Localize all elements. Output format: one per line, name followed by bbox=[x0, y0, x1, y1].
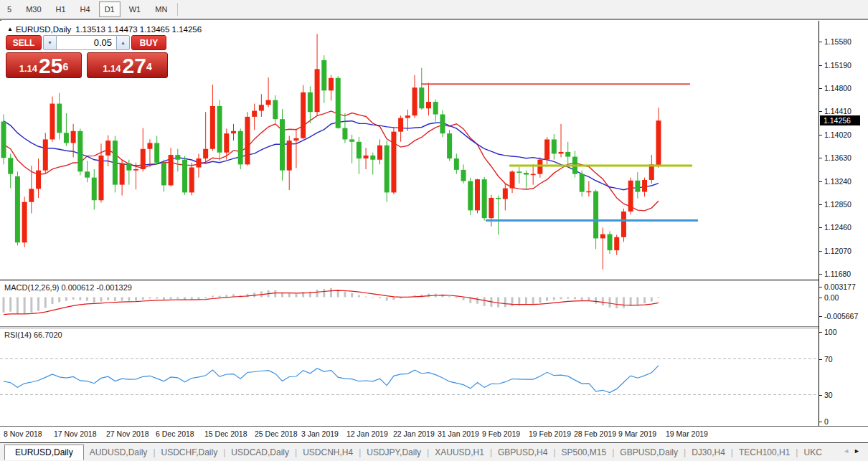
rsi-tick-mark bbox=[819, 395, 822, 396]
candle-body bbox=[552, 139, 557, 153]
timeframe-button-h1[interactable]: H1 bbox=[50, 1, 72, 17]
price-tick-mark bbox=[819, 227, 822, 228]
buy-price-tile[interactable]: 1.14 27 4 bbox=[87, 52, 168, 78]
candle-body bbox=[426, 102, 431, 108]
date-label: 9 Feb 2019 bbox=[482, 429, 520, 438]
candle-body bbox=[537, 160, 542, 174]
tab-item-eurusd-daily[interactable]: EURUSD,Daily bbox=[4, 445, 84, 460]
date-label: 17 Nov 2018 bbox=[54, 429, 97, 438]
ohlc-values: 1.13513 1.14473 1.13465 1.14256 bbox=[75, 25, 202, 34]
tab-item-usdcnh-h4[interactable]: USDCNH,H4 bbox=[297, 445, 359, 460]
tab-item-audusd-daily[interactable]: AUDUSD,Daily bbox=[84, 445, 154, 460]
tab-scroll-left-icon[interactable]: ◄ bbox=[843, 447, 854, 455]
rsi-pane[interactable]: RSI(14) 66.7020 bbox=[0, 328, 819, 426]
candle-body bbox=[113, 141, 118, 185]
candle-body bbox=[189, 168, 194, 193]
candle-body bbox=[447, 133, 452, 158]
date-label: 19 Feb 2019 bbox=[529, 429, 571, 438]
volume-input[interactable] bbox=[57, 35, 116, 50]
candle-body bbox=[377, 146, 382, 160]
candle-body bbox=[454, 158, 459, 170]
candle-body bbox=[301, 92, 306, 138]
chart-title: ▲EURUSD,Daily1.13513 1.14473 1.13465 1.1… bbox=[7, 25, 202, 34]
candle-body bbox=[321, 60, 326, 90]
tab-item-sp500-m15[interactable]: SP500,M15 bbox=[556, 445, 613, 460]
macd-pane[interactable]: MACD(12,26,9) 0.000612 -0.001329 bbox=[0, 281, 819, 326]
candle-body bbox=[8, 158, 13, 174]
candle-body bbox=[600, 234, 605, 239]
candle-body bbox=[516, 171, 522, 173]
timeframe-button-h4[interactable]: H4 bbox=[75, 1, 96, 17]
macd-tick-mark bbox=[819, 316, 822, 317]
tab-item-gbpusd-h4[interactable]: GBPUSD,H4 bbox=[492, 445, 553, 460]
price-axis[interactable]: 1.155801.151901.148001.144101.140201.136… bbox=[819, 21, 868, 426]
tab-item-usdjpy-daily[interactable]: USDJPY,Daily bbox=[361, 445, 427, 460]
candle-body bbox=[49, 104, 55, 140]
candle-body bbox=[203, 149, 208, 158]
candle-body bbox=[531, 174, 536, 176]
date-label: 28 Feb 2019 bbox=[574, 429, 616, 438]
date-label: 19 Mar 2019 bbox=[666, 429, 708, 438]
price-tick: 1.14020 bbox=[824, 130, 852, 139]
candle-body bbox=[266, 100, 271, 105]
price-tick-mark bbox=[819, 65, 822, 66]
collapse-icon[interactable]: ▲ bbox=[7, 26, 13, 32]
date-label: 8 Nov 2018 bbox=[4, 429, 42, 438]
tab-item-ukc[interactable]: UKC bbox=[798, 445, 827, 460]
candle-body bbox=[559, 152, 564, 153]
tab-item-tech100-h1[interactable]: TECH100,H1 bbox=[733, 445, 796, 460]
sell-price-tile[interactable]: 1.14 25 6 bbox=[6, 52, 82, 78]
candle-body bbox=[105, 141, 110, 156]
candle-body bbox=[635, 181, 640, 192]
tab-item-xauusd-h1[interactable]: XAUUSD,H1 bbox=[429, 445, 490, 460]
candle-body bbox=[252, 111, 257, 117]
toolbar-separator bbox=[177, 3, 178, 16]
price-tick: 1.13240 bbox=[824, 177, 852, 186]
sell-button[interactable]: SELL bbox=[6, 35, 42, 50]
volume-increase-button[interactable]: ▲ bbox=[116, 35, 130, 50]
tab-item-usdchf-daily[interactable]: USDCHF,Daily bbox=[156, 445, 224, 460]
candle-body bbox=[370, 156, 375, 160]
candle-body bbox=[85, 171, 90, 177]
candle-body bbox=[29, 189, 34, 201]
tab-item-usdcad-daily[interactable]: USDCAD,Daily bbox=[225, 445, 295, 460]
candle-body bbox=[169, 155, 174, 185]
price-tick-mark bbox=[819, 251, 822, 252]
candle-body bbox=[315, 69, 320, 112]
volume-decrease-button[interactable]: ▼ bbox=[43, 35, 57, 50]
tab-item-gbpusd-daily[interactable]: GBPUSD,Daily bbox=[614, 445, 684, 460]
candle-body bbox=[544, 139, 549, 159]
timeframe-button-mn[interactable]: MN bbox=[149, 1, 173, 17]
timeframe-button-5[interactable]: 5 bbox=[1, 1, 17, 17]
candle-body bbox=[43, 139, 48, 170]
timeframe-button-m30[interactable]: M30 bbox=[20, 1, 47, 17]
candle-body bbox=[77, 131, 82, 172]
tab-item-dj30-h4[interactable]: DJ30,H4 bbox=[686, 445, 731, 460]
candle-body bbox=[36, 171, 41, 189]
candle-body bbox=[461, 170, 466, 181]
date-label: 25 Dec 2018 bbox=[255, 429, 298, 438]
date-label: 12 Jan 2019 bbox=[346, 429, 388, 438]
buy-button[interactable]: BUY bbox=[131, 35, 166, 50]
candle-body bbox=[614, 237, 619, 250]
candle-body bbox=[468, 181, 473, 211]
candle-body bbox=[357, 142, 362, 158]
rsi-line bbox=[4, 366, 659, 393]
candle-body bbox=[336, 78, 341, 128]
mt4-window: 5M30H1H4D1W1MN MACD(12,26,9) 0.000612 -0… bbox=[0, 0, 868, 461]
candle-body bbox=[196, 158, 201, 167]
rsi-label: RSI(14) 66.7020 bbox=[4, 331, 62, 339]
price-tick-mark bbox=[819, 42, 822, 42]
timeframe-button-d1[interactable]: D1 bbox=[99, 1, 121, 17]
price-tick: 1.12460 bbox=[824, 223, 852, 232]
down-triangle-icon: ▼ bbox=[47, 40, 52, 45]
candle-body bbox=[398, 118, 403, 132]
timeframe-button-w1[interactable]: W1 bbox=[123, 1, 147, 17]
candle-body bbox=[642, 180, 647, 192]
one-click-trade-widget: SELL ▼ ▲ BUY 1.14 25 6 1.14 27 4 bbox=[6, 35, 168, 78]
time-axis[interactable]: 8 Nov 201817 Nov 201827 Nov 20186 Dec 20… bbox=[0, 426, 868, 442]
rsi-tick: 70 bbox=[824, 355, 833, 363]
tab-scroll-right-icon[interactable]: ► bbox=[854, 447, 864, 455]
current-price-badge: 1.14256 bbox=[820, 115, 860, 125]
price-tick-mark bbox=[819, 158, 822, 158]
